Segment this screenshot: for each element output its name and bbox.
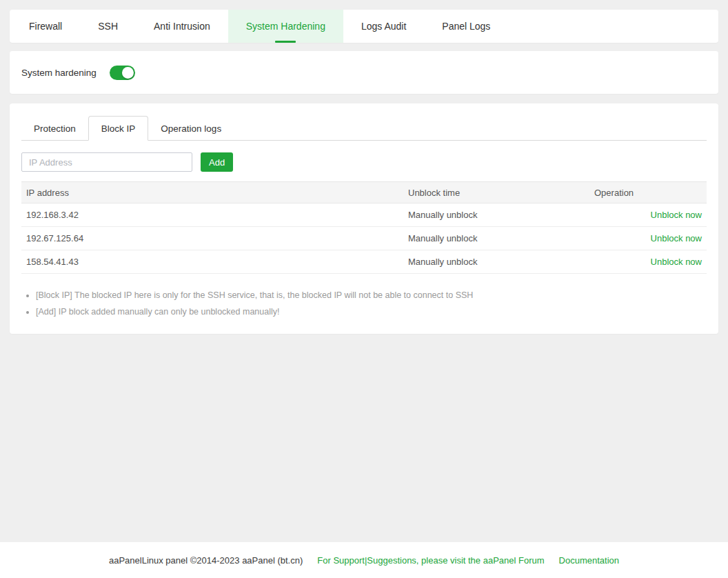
cell-ip: 192.67.125.64 [21, 227, 403, 250]
main-tab-bar: Firewall SSH Anti Intrusion System Harde… [10, 10, 718, 43]
table-row: 158.54.41.43 Manually unblock Unblock no… [21, 250, 707, 274]
header-ip-address: IP address [21, 182, 403, 203]
support-forum-link[interactable]: For Support|Suggestions, please visit th… [317, 555, 544, 566]
note-item: [Add] IP block added manually can only b… [36, 303, 707, 320]
toggle-knob-icon [122, 67, 134, 79]
subtab-block-ip[interactable]: Block IP [88, 116, 149, 141]
system-hardening-toggle[interactable] [110, 66, 135, 80]
copyright-text: aaPanelLinux panel ©2014-2023 aaPanel (b… [109, 555, 303, 566]
tab-logs-audit[interactable]: Logs Audit [343, 10, 424, 43]
tab-system-hardening-label: System Hardening [246, 21, 325, 32]
add-button[interactable]: Add [201, 152, 233, 172]
tab-panel-logs[interactable]: Panel Logs [424, 10, 508, 43]
cell-ip: 158.54.41.43 [21, 250, 403, 274]
ip-address-input[interactable] [21, 152, 192, 172]
add-ip-row: Add [21, 152, 707, 172]
header-unblock-time: Unblock time [403, 182, 589, 203]
table-row: 192.168.3.42 Manually unblock Unblock no… [21, 203, 707, 227]
tab-firewall[interactable]: Firewall [11, 10, 80, 43]
security-page: Firewall SSH Anti Intrusion System Harde… [0, 0, 728, 578]
tab-system-hardening[interactable]: System Hardening [228, 10, 343, 43]
subtab-protection[interactable]: Protection [21, 116, 88, 141]
documentation-link[interactable]: Documentation [559, 555, 619, 566]
subtab-operation-logs[interactable]: Operation logs [148, 116, 234, 141]
page-footer: aaPanelLinux panel ©2014-2023 aaPanel (b… [0, 542, 728, 578]
header-operation: Operation [589, 182, 707, 203]
unblock-now-link[interactable]: Unblock now [651, 233, 702, 243]
cell-unblock-time: Manually unblock [403, 227, 589, 250]
notes-list: [Block IP] The blocked IP here is only f… [36, 287, 707, 320]
block-ip-card: Protection Block IP Operation logs Add I… [10, 103, 718, 334]
tab-anti-intrusion[interactable]: Anti Intrusion [136, 10, 228, 43]
sub-tab-bar: Protection Block IP Operation logs [21, 116, 707, 141]
table-row: 192.67.125.64 Manually unblock Unblock n… [21, 227, 707, 250]
blocked-ip-table: IP address Unblock time Operation 192.16… [21, 181, 707, 274]
cell-ip: 192.168.3.42 [21, 203, 403, 227]
tab-ssh[interactable]: SSH [80, 10, 136, 43]
unblock-now-link[interactable]: Unblock now [651, 210, 702, 220]
active-tab-underline [275, 41, 296, 43]
note-item: [Block IP] The blocked IP here is only f… [36, 287, 707, 303]
system-hardening-label: System hardening [21, 68, 97, 78]
unblock-now-link[interactable]: Unblock now [651, 257, 702, 267]
system-hardening-card: System hardening [10, 51, 718, 94]
table-header-row: IP address Unblock time Operation [21, 182, 707, 203]
cell-unblock-time: Manually unblock [403, 203, 589, 227]
cell-unblock-time: Manually unblock [403, 250, 589, 274]
